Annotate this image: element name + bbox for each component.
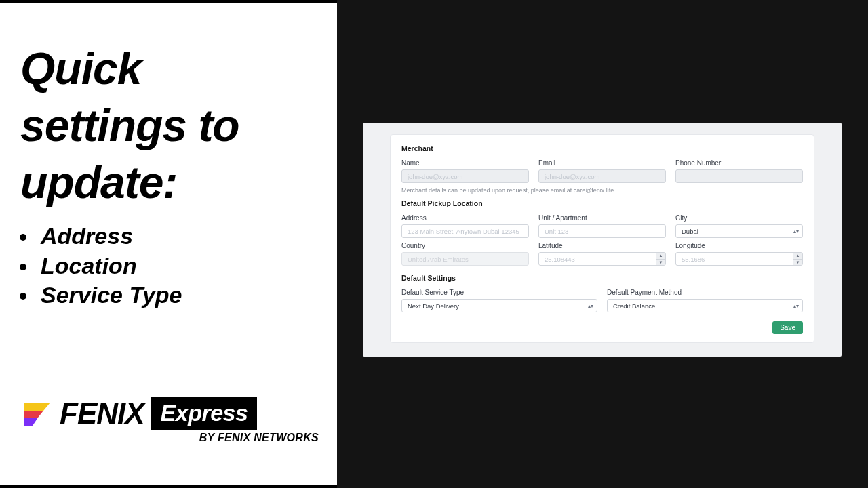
- brand-logo: FENIX Express BY FENIX NETWORKS: [20, 396, 319, 444]
- settings-card: Merchant Name Email Phone Number Merchan…: [390, 134, 814, 343]
- city-select[interactable]: Dubai: [675, 224, 803, 238]
- name-label: Name: [401, 159, 529, 167]
- field-name: Name: [401, 159, 529, 183]
- svg-marker-2: [24, 418, 38, 426]
- email-input: [538, 169, 666, 183]
- field-country: Country United Arab Emirates: [401, 242, 529, 266]
- chevron-down-icon[interactable]: ▼: [656, 259, 665, 266]
- latitude-input[interactable]: [538, 252, 666, 266]
- longitude-input[interactable]: [675, 252, 803, 266]
- field-latitude: Latitude ▲ ▼: [538, 242, 666, 266]
- chevron-up-icon[interactable]: ▲: [793, 253, 802, 259]
- payment-select[interactable]: Credit Balance: [607, 299, 803, 312]
- section-merchant: Merchant: [401, 144, 803, 152]
- brand-sub: BY FENIX NETWORKS: [20, 432, 319, 444]
- phone-input: [675, 169, 803, 183]
- address-input[interactable]: [401, 224, 529, 238]
- latitude-label: Latitude: [538, 242, 666, 249]
- headline: Quick settings to update:: [20, 41, 312, 211]
- save-button[interactable]: Save: [772, 321, 803, 334]
- bullet-service-type: Service Type: [38, 281, 182, 310]
- bullet-address: Address: [38, 222, 182, 251]
- service-label: Default Service Type: [401, 289, 597, 296]
- field-service-type: Default Service Type Next Day Delivery ▴…: [401, 289, 597, 312]
- bullet-list: Address Location Service Type: [38, 222, 182, 310]
- fenix-flame-icon: [20, 397, 53, 430]
- field-payment-method: Default Payment Method Credit Balance ▴▾: [607, 289, 803, 312]
- svg-marker-0: [24, 403, 50, 411]
- field-city: City Dubai ▴▾: [675, 214, 803, 238]
- brand-badge: Express: [151, 397, 258, 430]
- section-defaults: Default Settings: [401, 274, 803, 282]
- email-label: Email: [538, 159, 666, 167]
- merchant-helper: Merchant details can be updated upon req…: [401, 187, 803, 194]
- bullet-location: Location: [38, 251, 182, 281]
- name-input: [401, 169, 529, 183]
- longitude-stepper[interactable]: ▲ ▼: [793, 253, 802, 265]
- field-phone: Phone Number: [675, 159, 803, 183]
- service-select[interactable]: Next Day Delivery: [401, 299, 597, 312]
- field-longitude: Longitude ▲ ▼: [675, 242, 803, 266]
- longitude-label: Longitude: [675, 242, 803, 249]
- app-frame: Merchant Name Email Phone Number Merchan…: [363, 123, 842, 357]
- field-email: Email: [538, 159, 666, 183]
- latitude-stepper[interactable]: ▲ ▼: [656, 253, 665, 265]
- field-unit: Unit / Apartment: [538, 214, 666, 238]
- city-label: City: [675, 214, 803, 222]
- stage: Quick settings to update: Address Locati…: [0, 0, 868, 488]
- unit-label: Unit / Apartment: [538, 214, 666, 222]
- country-select: United Arab Emirates: [401, 252, 529, 266]
- brand-main: FENIX: [60, 396, 144, 430]
- chevron-down-icon[interactable]: ▼: [793, 259, 802, 266]
- country-label: Country: [401, 242, 529, 249]
- chevron-up-icon[interactable]: ▲: [656, 253, 665, 259]
- svg-marker-1: [24, 411, 43, 418]
- address-label: Address: [401, 214, 529, 222]
- field-address: Address: [401, 214, 529, 238]
- unit-input[interactable]: [538, 224, 666, 238]
- phone-label: Phone Number: [675, 159, 803, 167]
- left-panel: Quick settings to update: Address Locati…: [0, 3, 337, 485]
- section-pickup: Default Pickup Location: [401, 199, 803, 207]
- payment-label: Default Payment Method: [607, 289, 803, 296]
